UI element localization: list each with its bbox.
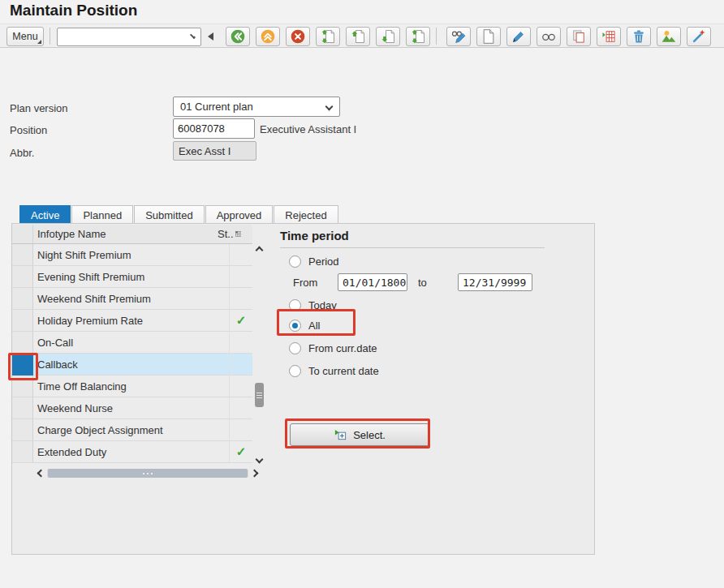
display-change-button[interactable] <box>446 27 471 46</box>
table-header: Infotype Name St.. <box>12 225 252 244</box>
last-record-icon <box>410 28 426 45</box>
horizontal-scrollbar[interactable] <box>33 468 262 479</box>
vertical-scrollbar[interactable] <box>253 244 266 467</box>
cancel-icon <box>290 28 306 45</box>
status-tabstrip: Active Planned Submitted Approved Reject… <box>19 205 338 224</box>
execute-icon <box>691 28 707 45</box>
row-selector[interactable] <box>12 419 33 441</box>
collapse-command-field-icon[interactable] <box>208 32 213 41</box>
table-row[interactable]: Night Shift Premium <box>12 244 252 266</box>
radio-today-label: Today <box>308 299 337 311</box>
back-icon <box>230 28 246 45</box>
table-settings-icon[interactable] <box>235 229 241 239</box>
position-input[interactable] <box>173 118 255 139</box>
delete-button[interactable] <box>627 27 651 46</box>
from-date-input[interactable] <box>338 273 407 291</box>
scroll-left-icon[interactable] <box>37 470 45 478</box>
table-row[interactable]: Weekend Shift Premium <box>12 288 252 310</box>
row-selector[interactable] <box>12 332 33 354</box>
table-row[interactable]: Weekend Nurse <box>12 397 252 419</box>
previous-record-button[interactable] <box>346 27 370 46</box>
create-button[interactable] <box>476 27 501 46</box>
scroll-down-icon[interactable] <box>256 456 264 464</box>
status-cell <box>229 419 252 441</box>
scroll-up-icon[interactable] <box>256 247 264 255</box>
execute-button[interactable] <box>687 27 711 46</box>
command-field[interactable] <box>57 28 201 46</box>
status-cell <box>229 266 252 288</box>
radio-circle[interactable] <box>289 365 301 377</box>
horizontal-scroll-track[interactable] <box>47 469 248 478</box>
table-row[interactable]: Charge Object Assignment <box>12 419 252 441</box>
first-record-icon <box>320 28 336 45</box>
page-title: Maintain Position <box>10 2 137 19</box>
radio-circle[interactable] <box>289 342 301 354</box>
command-input[interactable] <box>61 29 192 45</box>
select-button[interactable]: Select. <box>290 423 429 446</box>
position-description: Executive Assistant I <box>260 123 356 135</box>
toolbar: Menu <box>0 24 724 48</box>
row-selector[interactable] <box>12 288 33 310</box>
delimit-button[interactable] <box>597 27 621 46</box>
status-cell <box>229 354 252 376</box>
vertical-scroll-thumb[interactable] <box>255 383 264 407</box>
table-row[interactable]: Holiday Premium Rate✓ <box>12 310 252 332</box>
back-button[interactable] <box>226 27 250 46</box>
exit-button[interactable] <box>256 27 280 46</box>
status-cell <box>229 288 252 310</box>
row-selector[interactable] <box>12 376 33 397</box>
tab-planned[interactable]: Planned <box>71 205 133 224</box>
copy-button[interactable] <box>567 27 591 46</box>
exit-icon <box>260 28 276 45</box>
menu-button[interactable]: Menu <box>6 27 44 46</box>
approved-check-icon: ✓ <box>229 310 252 332</box>
row-selector[interactable] <box>12 244 33 266</box>
radio-circle[interactable] <box>289 299 301 311</box>
to-label: to <box>418 277 427 289</box>
table-row[interactable]: Extended Duty✓ <box>12 441 252 463</box>
to-date-input[interactable] <box>458 273 532 291</box>
change-button[interactable] <box>506 27 531 46</box>
radio-period[interactable]: Period <box>289 255 339 268</box>
row-selector[interactable] <box>12 397 33 419</box>
tab-content-panel: Infotype Name St.. Night Shift Premium E… <box>11 223 595 555</box>
radio-all[interactable]: All <box>289 319 320 332</box>
table-row[interactable]: On-Call <box>12 332 252 354</box>
status-column-header: St.. <box>218 225 241 243</box>
radio-today[interactable]: Today <box>289 298 337 311</box>
row-selector[interactable] <box>12 266 33 288</box>
delete-icon <box>631 28 647 45</box>
create-icon <box>481 28 497 45</box>
cancel-button[interactable] <box>286 27 310 46</box>
row-selector-selected[interactable] <box>12 354 33 376</box>
display-icon <box>541 28 557 45</box>
row-selector[interactable] <box>12 441 33 463</box>
change-icon <box>511 28 527 45</box>
radio-from-curr-date[interactable]: From curr.date <box>289 341 377 354</box>
radio-circle-checked[interactable] <box>289 320 301 332</box>
display-button[interactable] <box>537 27 561 46</box>
radio-to-current-date[interactable]: To current date <box>289 364 379 377</box>
first-record-button[interactable] <box>316 27 340 46</box>
tab-active[interactable]: Active <box>19 205 71 224</box>
tab-rejected[interactable]: Rejected <box>274 205 338 224</box>
plan-version-value: 01 Current plan <box>180 101 253 113</box>
table-row-selected[interactable]: Callback <box>12 354 252 376</box>
radio-circle[interactable] <box>289 255 301 268</box>
overview-button[interactable] <box>657 27 681 46</box>
approved-check-icon: ✓ <box>229 441 252 463</box>
table-row[interactable]: Evening Shift Premium <box>12 266 252 288</box>
row-selector[interactable] <box>12 310 33 332</box>
table-row[interactable]: Time Off Balancing <box>12 376 252 397</box>
tab-approved[interactable]: Approved <box>205 205 274 224</box>
tab-submitted[interactable]: Submitted <box>134 205 205 224</box>
scroll-right-icon[interactable] <box>251 470 259 478</box>
status-cell <box>229 376 252 397</box>
plan-version-dropdown[interactable]: 01 Current plan <box>173 97 340 117</box>
next-record-button[interactable] <box>376 27 400 46</box>
radio-period-label: Period <box>308 255 339 268</box>
radio-to-curr-label: To current date <box>308 365 379 377</box>
last-record-button[interactable] <box>406 27 430 46</box>
horizontal-scroll-thumb[interactable] <box>48 469 248 478</box>
select-button-label: Select. <box>353 429 386 441</box>
